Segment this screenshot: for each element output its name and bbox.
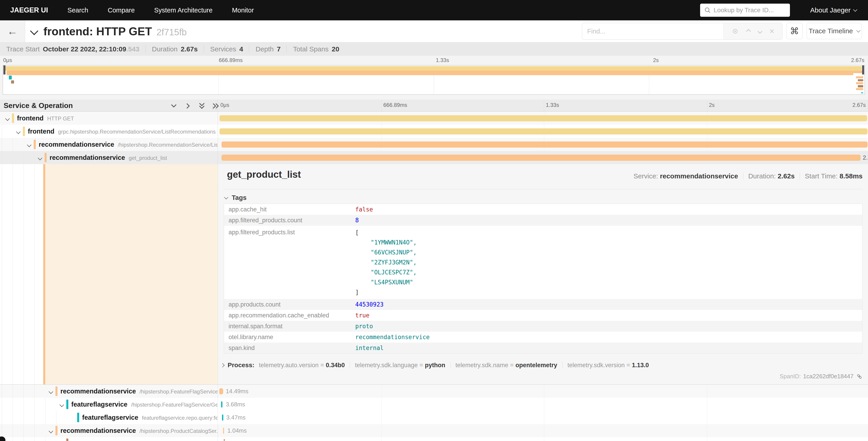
nav-link-search[interactable]: Search bbox=[67, 6, 88, 14]
tag-value: recommendationservice bbox=[355, 334, 430, 341]
span-detail-row: get_product_list Service: recommendation… bbox=[0, 164, 868, 385]
span-bar[interactable] bbox=[219, 128, 868, 135]
find-prev-icon[interactable] bbox=[746, 29, 751, 33]
nav-link-system-architecture[interactable]: System Architecture bbox=[154, 6, 213, 14]
trace-view-label: Trace Timeline bbox=[809, 27, 853, 35]
minimap-span-bar bbox=[856, 88, 863, 90]
span-row[interactable]: recommendationservice/hipstershop.Produc… bbox=[0, 424, 868, 437]
tag-row: span.kind internal bbox=[224, 343, 862, 353]
about-jaeger-menu[interactable]: About Jaeger bbox=[810, 0, 857, 20]
tags-section-toggle[interactable]: Tags bbox=[225, 194, 247, 202]
chevron-down-icon[interactable] bbox=[5, 116, 10, 121]
duration-stat: Duration 2.67s bbox=[152, 45, 197, 53]
timeline-minimap[interactable] bbox=[3, 65, 865, 95]
duration-value: 2.67s bbox=[181, 45, 198, 53]
equals: = bbox=[510, 362, 514, 369]
span-duration-label: 3.47ms bbox=[226, 411, 246, 424]
chevron-down-icon[interactable] bbox=[16, 129, 21, 134]
span-row[interactable]: frontendHTTP GET bbox=[0, 112, 868, 125]
trace-lookup-input[interactable] bbox=[713, 6, 786, 14]
span-tree-cell[interactable]: recommendationserviceget_product_list bbox=[0, 151, 217, 164]
nav-link-compare[interactable]: Compare bbox=[108, 6, 135, 14]
tag-key: app.filtered_products.list bbox=[224, 226, 355, 236]
span-bar[interactable] bbox=[221, 401, 222, 408]
span-bar[interactable] bbox=[222, 414, 223, 421]
service-color-bar bbox=[34, 140, 36, 149]
span-bar[interactable] bbox=[224, 439, 225, 441]
service-color-bar bbox=[56, 386, 58, 396]
find-input[interactable] bbox=[582, 23, 723, 39]
span-row[interactable]: recommendationservice/hipstershop.Recomm… bbox=[0, 138, 868, 151]
span-bar[interactable] bbox=[221, 155, 861, 161]
chevron-down-icon[interactable] bbox=[60, 403, 64, 407]
services-stat: Services 4 bbox=[210, 45, 243, 53]
divider bbox=[743, 173, 743, 179]
chevron-down-icon[interactable] bbox=[38, 156, 42, 160]
keyboard-shortcuts-button[interactable]: ⌘ bbox=[786, 23, 803, 39]
find-next-icon[interactable] bbox=[757, 29, 762, 33]
chevron-down-icon[interactable] bbox=[27, 143, 31, 147]
trace-header: ← frontend: HTTP GET2f715fb × ⌘ Trace Ti… bbox=[0, 20, 868, 42]
find-clear-icon[interactable]: × bbox=[770, 27, 774, 35]
process-key: telemetry.sdk.name bbox=[456, 362, 508, 369]
span-tree-cell[interactable]: frontendHTTP GET bbox=[0, 112, 217, 125]
span-row[interactable]: featureflagservice/hipstershop.FeatureFl… bbox=[0, 398, 868, 411]
tag-value: true bbox=[355, 312, 370, 319]
tag-row: otel.library.name recommendationservice bbox=[224, 332, 862, 343]
service-color-bar bbox=[66, 400, 68, 409]
span-row[interactable]: recommendationservice/hipstershop.Featur… bbox=[0, 385, 868, 398]
divider bbox=[145, 46, 146, 53]
collapse-trace-chevron-icon[interactable] bbox=[30, 27, 38, 35]
expand-one-icon[interactable] bbox=[184, 102, 192, 110]
brand-logo[interactable]: JAEGER UI bbox=[10, 6, 48, 14]
top-nav: JAEGER UI Search Compare System Architec… bbox=[0, 0, 868, 20]
service-name: recommendationservice/hipstershop.Produc… bbox=[60, 424, 217, 437]
span-row[interactable]: frontendgrpc.hipstershop.RecommendationS… bbox=[0, 125, 868, 138]
chevron-down-icon[interactable] bbox=[49, 389, 53, 394]
service-name: featureflagservice/hipstershop.FeatureFl… bbox=[71, 398, 217, 411]
minimap-span-bar bbox=[853, 70, 863, 73]
span-tree-cell[interactable]: featureflagservicefeatureflagservice.rep… bbox=[0, 411, 217, 424]
span-tree-cell[interactable]: recommendationservice/hipstershop.Featur… bbox=[0, 385, 217, 398]
minimap-right-scrubber[interactable] bbox=[862, 65, 864, 75]
minimap-left-scrubber[interactable] bbox=[3, 65, 5, 75]
process-value: 0.34b0 bbox=[326, 362, 345, 369]
column-resize-handle[interactable] bbox=[213, 106, 216, 110]
divider bbox=[350, 362, 350, 369]
span-row-partial[interactable] bbox=[0, 437, 868, 441]
span-bar[interactable] bbox=[221, 142, 868, 148]
span-bar[interactable] bbox=[219, 115, 867, 121]
span-tree-cell[interactable]: recommendationservice/hipstershop.Recomm… bbox=[0, 138, 217, 151]
span-bar[interactable] bbox=[223, 428, 224, 434]
row-gridlines bbox=[0, 437, 868, 441]
nav-link-monitor[interactable]: Monitor bbox=[232, 6, 254, 14]
process-section-toggle[interactable]: Process: telemetry.auto.version = 0.34b0… bbox=[221, 361, 649, 369]
service-color-bar bbox=[56, 426, 58, 435]
tag-key: span.kind bbox=[224, 345, 355, 352]
operation-name: HTTP GET bbox=[47, 115, 74, 122]
collapse-one-icon[interactable] bbox=[170, 102, 178, 110]
trace-lookup-box[interactable] bbox=[700, 4, 790, 17]
back-button[interactable]: ← bbox=[0, 20, 25, 42]
span-operation-title: get_product_list bbox=[227, 169, 301, 180]
link-icon[interactable] bbox=[856, 373, 863, 380]
span-tree-cell[interactable]: featureflagservice/hipstershop.FeatureFl… bbox=[0, 398, 217, 411]
find-controls: × bbox=[723, 23, 782, 39]
total-spans-label: Total Spans bbox=[293, 45, 329, 53]
collapse-all-icon[interactable] bbox=[198, 102, 206, 110]
focus-target-icon[interactable] bbox=[732, 28, 739, 35]
equals: = bbox=[626, 362, 630, 369]
span-row-selected[interactable]: recommendationserviceget_product_list 2.… bbox=[0, 151, 868, 164]
span-row[interactable]: featureflagservicefeatureflagservice.rep… bbox=[0, 411, 868, 424]
service-color-bar bbox=[77, 413, 79, 422]
service-name: recommendationserviceget_product_list bbox=[50, 151, 167, 164]
trace-view-select[interactable]: Trace Timeline bbox=[807, 23, 862, 39]
span-tree-cell[interactable]: recommendationservice/hipstershop.Produc… bbox=[0, 424, 217, 437]
span-tree-cell[interactable]: frontendgrpc.hipstershop.RecommendationS… bbox=[0, 125, 217, 138]
span-bar[interactable] bbox=[219, 388, 223, 394]
operation-name: get_product_list bbox=[129, 155, 167, 161]
services-value: 4 bbox=[239, 45, 243, 53]
start-time-label: Start Time: bbox=[805, 172, 838, 180]
timeline-tick: 0μs bbox=[220, 102, 229, 108]
chevron-down-icon[interactable] bbox=[49, 429, 53, 433]
